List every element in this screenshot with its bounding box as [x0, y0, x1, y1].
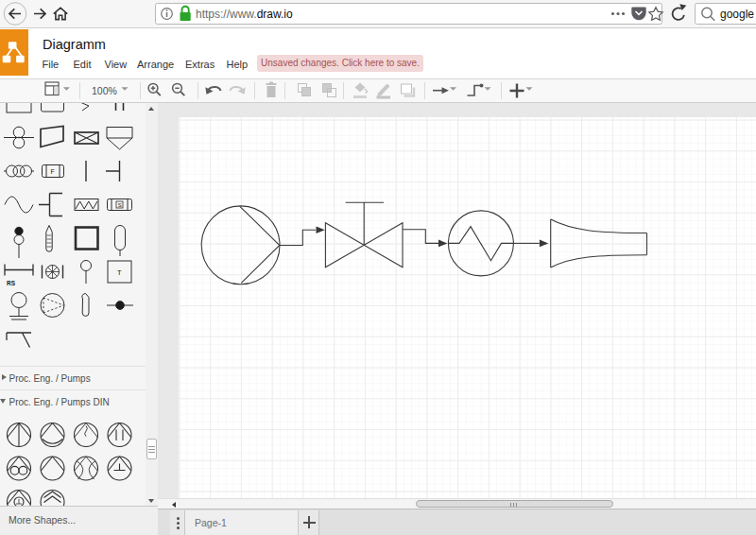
svg-text:T: T	[117, 268, 122, 277]
svg-text:S: S	[118, 202, 122, 208]
svg-text:RS: RS	[7, 280, 16, 286]
svg-text:100%: 100%	[92, 85, 117, 96]
svg-text:https://www.draw.io: https://www.draw.io	[196, 8, 293, 21]
svg-text:google a: google a	[720, 8, 756, 21]
svg-text:F: F	[51, 168, 55, 175]
